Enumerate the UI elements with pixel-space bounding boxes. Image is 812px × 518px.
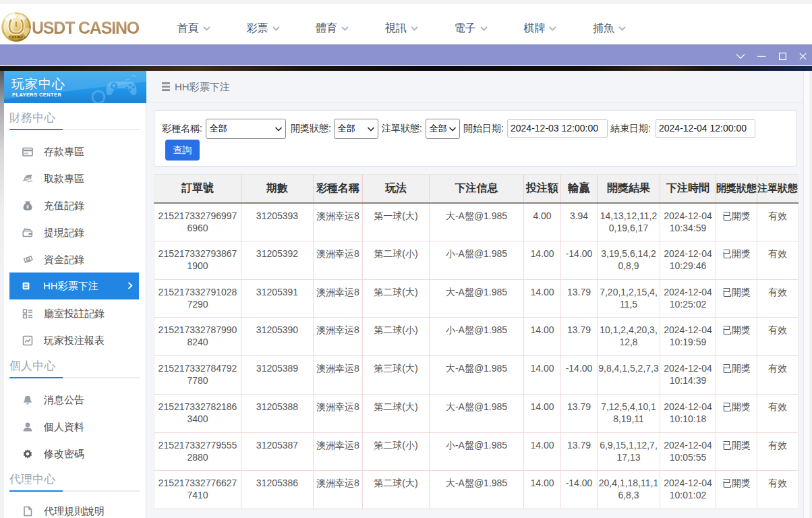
svg-text:CASINO: CASINO bbox=[9, 36, 23, 39]
